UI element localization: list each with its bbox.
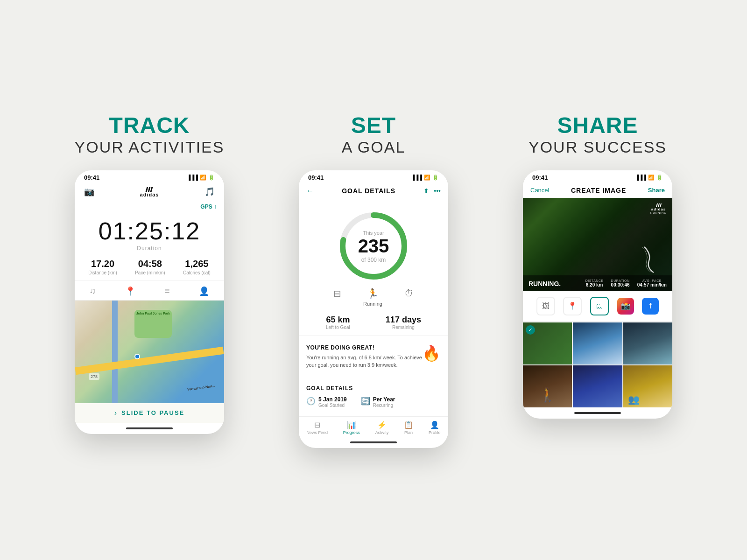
facebook-button[interactable]: f: [642, 298, 659, 315]
status-bar-2: 09:41 ▐▐▐ 📶 🔋: [299, 170, 448, 183]
profile-tab[interactable]: 👤: [194, 284, 214, 298]
battery-icon: 🔋: [208, 175, 215, 181]
selected-option[interactable]: 🗂: [590, 297, 609, 315]
stat-distance: 17.20 Distance (km): [88, 259, 117, 275]
slide-text: SLIDE TO PAUSE: [121, 409, 184, 416]
photo-3[interactable]: [623, 322, 672, 364]
wifi-icon: 📶: [200, 175, 206, 181]
park-label: John Paul Jones Park: [134, 310, 172, 317]
stats-row: 17.20 Distance (km) 04:58 Pace (min/km) …: [75, 254, 224, 280]
nav-plan[interactable]: 📋 Plan: [404, 420, 413, 435]
timer-label: Duration: [84, 245, 215, 252]
back-icon[interactable]: ←: [306, 187, 314, 195]
create-image-title: CREATE IMAGE: [571, 187, 626, 194]
title-subtitle-share: YOUR SUCCESS: [529, 138, 667, 156]
stat-remaining: 117 days Remaining: [386, 315, 421, 330]
icon-right: ⏱: [404, 288, 414, 307]
instagram-button[interactable]: 📸: [617, 298, 634, 315]
signal-icon-3: ▐▐▐: [635, 175, 646, 180]
recurring-icon: 🔄: [361, 397, 370, 406]
goal-recurring-label: Recurring: [373, 403, 395, 408]
running-stat-cols: DISTANCE 6.20 km DURATION 00:30:46 AVG. …: [585, 279, 667, 287]
signal-icon: ▐▐▐: [187, 175, 198, 180]
left-to-goal-label: Left to Goal: [326, 325, 350, 330]
nav-bar-1: 📷 adidas 🎵: [75, 183, 224, 201]
nav-profile[interactable]: 👤 Profile: [429, 420, 441, 435]
bottom-nav: ⊟ News Feed 📊 Progress ⚡ Activity 📋 Plan…: [299, 416, 448, 437]
goal-header-title: GOAL DETAILS: [342, 187, 395, 195]
highway-label: 278: [89, 373, 99, 380]
section-title-set: SET A GOAL: [342, 112, 406, 156]
time-2: 09:41: [308, 174, 324, 181]
goal-circle-area: This year 235 of 300 km ⊟ 🏃 Running: [299, 199, 448, 311]
status-icons-1: ▐▐▐ 📶 🔋: [187, 175, 215, 181]
photo-5[interactable]: [573, 365, 622, 407]
photo-1[interactable]: ✓: [523, 322, 572, 364]
header-action-icons: ⬆ •••: [423, 187, 441, 195]
photo-6[interactable]: 👥: [623, 365, 672, 407]
goal-stats-row: 65 km Left to Goal 117 days Remaining: [299, 311, 448, 336]
left-to-goal-value: 65 km: [326, 315, 350, 325]
progress-total: of 300 km: [361, 257, 386, 263]
progress-icon: 📊: [347, 420, 356, 429]
nav-progress[interactable]: 📊 Progress: [343, 420, 360, 435]
photo-2[interactable]: [573, 322, 622, 364]
goal-start-label: Goal Started: [318, 403, 347, 408]
image-option[interactable]: 🖼: [536, 297, 555, 315]
music-tab[interactable]: ♫: [85, 284, 100, 298]
status-bar-1: 09:41 ▐▐▐ 📶 🔋: [75, 170, 224, 183]
share-button[interactable]: Share: [648, 187, 665, 194]
slide-bar[interactable]: › SLIDE TO PAUSE: [75, 403, 224, 423]
section-track: TRACK YOUR ACTIVITIES 09:41 ▐▐▐ 📶 🔋 📷: [51, 112, 247, 434]
photo-grid: ✓ 🚶 👥: [523, 322, 672, 407]
motivation-box: 🔥 YOU'RE DOING GREAT! You're running an …: [299, 337, 448, 377]
running-icon: 🏃: [367, 288, 379, 299]
phone-track: 09:41 ▐▐▐ 📶 🔋 📷 adidas: [75, 170, 224, 434]
icon-left: ⊟: [333, 288, 341, 307]
detail-started: 🕐 5 Jan 2019 Goal Started: [306, 396, 347, 408]
home-indicator-1: [75, 423, 224, 434]
stat-duration-run: DURATION 00:30:46: [611, 279, 630, 287]
year-label: This year: [363, 230, 384, 236]
motivation-text: You're running an avg. of 6.8 km/ week. …: [306, 354, 441, 369]
detail-recurring: 🔄 Per Year Recurring: [361, 396, 395, 408]
map-park: John Paul Jones Park: [134, 310, 172, 338]
time-1: 09:41: [84, 174, 99, 181]
camera-icon[interactable]: 📷: [84, 187, 94, 197]
goal-icons-row: ⊟ 🏃 Running ⏱: [308, 283, 439, 307]
battery-icon-3: 🔋: [656, 175, 663, 181]
status-icons-3: ▐▐▐ 📶 🔋: [635, 175, 663, 181]
slide-arrow-icon: ›: [114, 409, 117, 417]
main-container: TRACK YOUR ACTIVITIES 09:41 ▐▐▐ 📶 🔋 📷: [23, 112, 724, 448]
circle-inner-content: This year 235 of 300 km: [358, 228, 389, 264]
road-label: Verrazzano-Narr...: [187, 384, 215, 391]
phone-share: 09:41 ▐▐▐ 📶 🔋 Cancel CREATE IMAGE Share: [523, 170, 672, 419]
route-option[interactable]: 📍: [563, 297, 582, 315]
music-icon[interactable]: 🎵: [204, 187, 215, 197]
progress-number: 235: [358, 237, 389, 255]
more-icon[interactable]: •••: [434, 187, 441, 195]
route-tab[interactable]: 📍: [120, 284, 140, 298]
nav-newsfeed[interactable]: ⊟ News Feed: [306, 420, 328, 435]
title-highlight-share: SHARE: [529, 112, 667, 138]
plan-icon: 📋: [404, 420, 413, 429]
wifi-icon-3: 📶: [648, 175, 655, 181]
profile-icon: 👤: [430, 420, 439, 429]
running-image: adidas RUNNING RUNNING. DISTANCE 6.20 km: [523, 198, 672, 291]
phone-set: 09:41 ▐▐▐ 📶 🔋 ← GOAL DETAILS ⬆ •••: [299, 170, 448, 448]
list-tab[interactable]: ≡: [160, 284, 175, 298]
photo-4[interactable]: 🚶: [523, 365, 572, 407]
photo-check-1: ✓: [526, 325, 535, 335]
title-subtitle-track: YOUR ACTIVITIES: [75, 138, 225, 156]
title-highlight-set: SET: [342, 112, 406, 138]
map-area: John Paul Jones Park Verrazzano-Narr... …: [75, 301, 224, 403]
running-stats-overlay: RUNNING. DISTANCE 6.20 km DURATION 00:30…: [523, 275, 672, 291]
route-icon: ⊟: [333, 288, 341, 299]
adidas-running-logo: adidas RUNNING: [650, 203, 667, 214]
goal-details-box: GOAL DETAILS 🕐 5 Jan 2019 Goal Started 🔄…: [299, 378, 448, 415]
stat-pace: 04:58 Pace (min/km): [135, 259, 165, 275]
nav-activity[interactable]: ⚡ Activity: [375, 420, 389, 435]
share-icon[interactable]: ⬆: [423, 187, 429, 195]
cancel-button[interactable]: Cancel: [530, 187, 549, 194]
wifi-icon-2: 📶: [424, 175, 430, 181]
